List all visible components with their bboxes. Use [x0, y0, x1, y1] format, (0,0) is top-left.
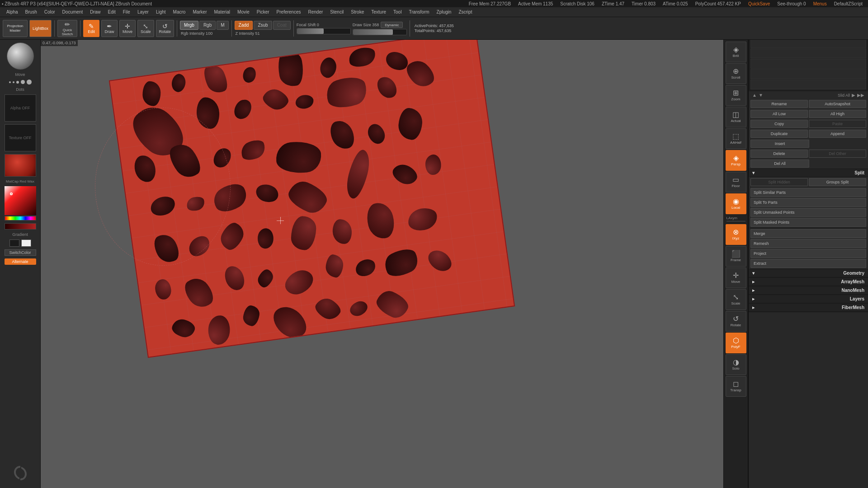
menu-document[interactable]: Document: [59, 9, 87, 15]
menu-brush[interactable]: Brush: [22, 9, 41, 15]
transp-btn[interactable]: ◻ Transp: [726, 376, 746, 397]
menu-zplugin[interactable]: Zplugin: [433, 9, 455, 15]
coat-btn[interactable]: Coat: [273, 21, 291, 30]
projection-master-btn[interactable]: Projection Master: [3, 20, 28, 37]
menu-render[interactable]: Render: [305, 9, 327, 15]
append-btn[interactable]: Append: [809, 130, 866, 138]
local-btn[interactable]: ◉ Local: [726, 193, 746, 214]
dot-pattern[interactable]: [9, 80, 32, 84]
copy-btn[interactable]: Copy: [750, 120, 808, 128]
layers-header[interactable]: ▸ Layers: [749, 295, 868, 303]
all-high-btn[interactable]: All High: [809, 110, 866, 118]
menu-transform[interactable]: Transform: [405, 9, 433, 15]
switch-color-btn[interactable]: SwitchColor: [5, 249, 36, 256]
draw-size-slider[interactable]: [353, 29, 407, 35]
focal-shift-slider[interactable]: [297, 28, 351, 34]
aahalf-btn[interactable]: ⬚ AAHalf: [726, 128, 746, 149]
gradient-bar[interactable]: [5, 223, 36, 230]
scale-btn[interactable]: ⤡ Scale: [137, 20, 154, 37]
arraymesh-header[interactable]: ▸ ArrayMesh: [749, 278, 868, 286]
actual-btn[interactable]: ◫ Actual: [726, 107, 746, 127]
split-to-parts-btn[interactable]: Split To Parts: [750, 198, 866, 207]
spool-item-5[interactable]: [750, 80, 866, 89]
hue-slider[interactable]: [5, 216, 36, 221]
rotate-icon-btn[interactable]: ↺ Rotate: [726, 311, 746, 332]
menu-light[interactable]: Light: [152, 9, 170, 15]
scale-icon-btn[interactable]: ⤡ Scale: [726, 289, 746, 310]
project-btn[interactable]: Project: [750, 249, 866, 258]
split-unmasked-btn[interactable]: Split Unmasked Points: [750, 208, 866, 217]
lightbox-btn[interactable]: LightBox: [29, 20, 52, 37]
duplicate-btn[interactable]: Duplicate: [750, 130, 808, 138]
del-other-btn[interactable]: Del Other: [809, 150, 866, 158]
menu-layer[interactable]: Layer: [134, 9, 152, 15]
menu-file[interactable]: File: [119, 9, 134, 15]
remesh-btn[interactable]: Remesh: [750, 239, 866, 248]
menu-material[interactable]: Material: [211, 9, 234, 15]
spool-item-3[interactable]: [750, 59, 866, 69]
insert-btn[interactable]: Insert: [750, 140, 809, 148]
spool-item-2[interactable]: [750, 48, 866, 58]
zadd-btn[interactable]: Zadd: [235, 21, 253, 30]
spool-item-4[interactable]: [750, 69, 866, 79]
scroll-up-arrow[interactable]: ▲: [752, 93, 757, 98]
fibermesh-header[interactable]: ▸ FiberMesh: [749, 304, 868, 312]
material-preview[interactable]: [5, 154, 36, 177]
ixyz-btn[interactable]: ⊗ IXyz: [726, 224, 746, 245]
menu-texture[interactable]: Texture: [368, 9, 390, 15]
quick-sketch-btn[interactable]: ✏ Quick Sketch: [57, 20, 77, 37]
menu-alpha[interactable]: Alpha: [3, 9, 22, 15]
delete-btn[interactable]: Delete: [750, 150, 808, 158]
split-masked-btn[interactable]: Split Masked Points: [750, 218, 866, 227]
del-all-btn[interactable]: Del All: [750, 160, 809, 168]
move-icon-btn[interactable]: ✛ Move: [726, 267, 746, 288]
menu-zscript[interactable]: Zscript: [455, 9, 476, 15]
quicksave-btn[interactable]: QuickSave: [748, 1, 770, 6]
color-gradient-box[interactable]: [5, 186, 36, 215]
zsub-btn[interactable]: Zsub: [254, 21, 272, 30]
alpha-preview[interactable]: Alpha OFF: [5, 94, 36, 122]
solo-btn[interactable]: ◑ Solo: [726, 354, 746, 375]
menu-color[interactable]: Color: [41, 9, 59, 15]
frame-btn[interactable]: ⬛ Frame: [726, 246, 746, 267]
canvas-area[interactable]: [41, 40, 748, 488]
mrgb-btn[interactable]: Mrgb: [180, 21, 198, 30]
scroll-down-arrow[interactable]: ▼: [759, 93, 763, 98]
scroll-right-arrow[interactable]: ▶: [852, 93, 855, 98]
split-hidden-btn[interactable]: Split Hidden: [750, 178, 808, 186]
color-picker-area[interactable]: [5, 186, 36, 221]
scroll-btn[interactable]: ⊕ Scroll: [726, 63, 746, 84]
menu-macro[interactable]: Macro: [170, 9, 189, 15]
menu-preferences[interactable]: Preferences: [273, 9, 305, 15]
menu-picker[interactable]: Picker: [253, 9, 273, 15]
all-low-btn[interactable]: All Low: [750, 110, 808, 118]
paste-btn[interactable]: Paste: [809, 120, 866, 128]
scroll-far-right[interactable]: ▶▶: [857, 93, 864, 98]
floor-btn[interactable]: ▭ Floor: [726, 172, 746, 192]
m-btn[interactable]: M: [217, 21, 228, 30]
swatch-black[interactable]: [9, 239, 19, 247]
alternate-btn[interactable]: Alternate: [5, 258, 36, 265]
menu-stroke[interactable]: Stroke: [347, 9, 368, 15]
texture-preview[interactable]: Texture OFF: [5, 124, 36, 151]
dynamic-btn[interactable]: Dynamic: [381, 22, 403, 28]
menu-tool[interactable]: Tool: [390, 9, 405, 15]
rename-btn[interactable]: Rename: [750, 100, 808, 108]
zoom-btn[interactable]: ⊞ Zoom: [726, 85, 746, 106]
move-btn[interactable]: ✛ Move: [119, 20, 136, 37]
menus-btn[interactable]: Menus: [813, 1, 827, 6]
edit-btn[interactable]: ✎ Edit: [83, 20, 99, 37]
groups-split-btn[interactable]: Groups Split: [809, 178, 866, 186]
polyf-btn[interactable]: ⬡ PolyF: [726, 333, 746, 353]
split-similar-parts-btn[interactable]: Split Similar Parts: [750, 188, 866, 197]
draw-btn[interactable]: ✒ Draw: [101, 20, 118, 37]
brush-preview[interactable]: [7, 42, 34, 70]
menu-stencil[interactable]: Stencil: [326, 9, 347, 15]
split-section-header[interactable]: ▾ Split: [749, 169, 868, 177]
geometry-header[interactable]: ▾ Geometry: [749, 269, 868, 277]
menu-movie[interactable]: Movie: [234, 9, 253, 15]
menu-edit[interactable]: Edit: [104, 9, 119, 15]
nanomesh-header[interactable]: ▸ NanoMesh: [749, 286, 868, 295]
brill-btn[interactable]: ◈ Brill: [726, 42, 746, 62]
menu-marker[interactable]: Marker: [189, 9, 210, 15]
